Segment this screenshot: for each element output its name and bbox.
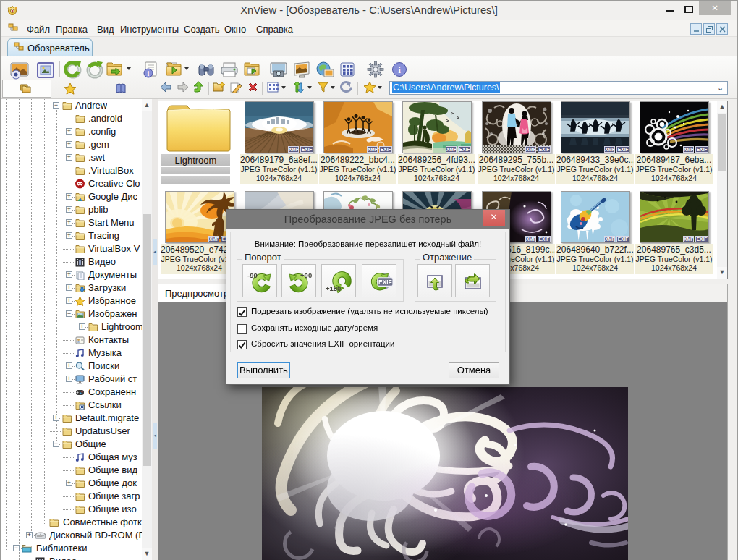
svg-text:+90: +90	[300, 271, 312, 279]
svg-text:+180: +180	[326, 284, 341, 292]
svg-text:-90: -90	[247, 271, 258, 279]
svg-text:EXIF: EXIF	[378, 279, 392, 286]
svg-text:i: i	[398, 64, 401, 75]
svg-text:i: i	[148, 69, 150, 77]
